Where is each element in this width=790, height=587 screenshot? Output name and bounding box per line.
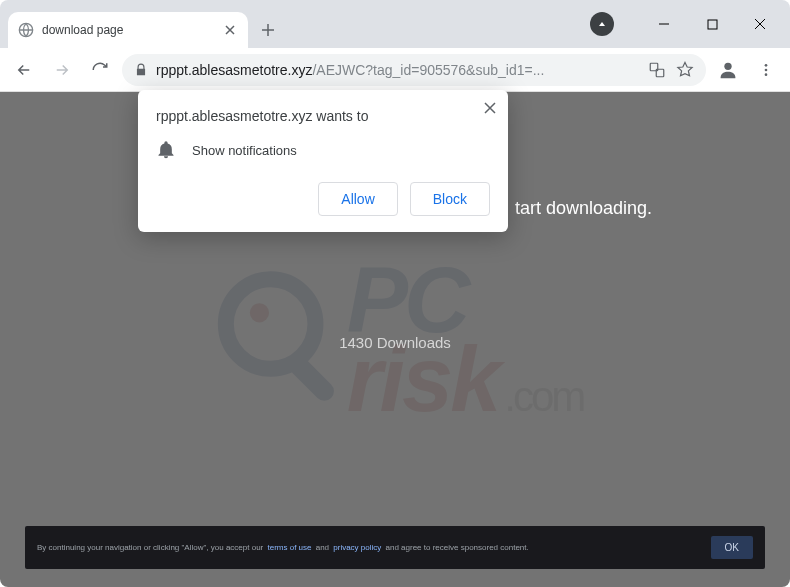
profile-button[interactable] xyxy=(712,54,744,86)
svg-point-7 xyxy=(765,73,768,76)
notification-permission-prompt: rpppt.ablesasmetotre.xyz wants to Show n… xyxy=(138,90,508,232)
incognito-icon xyxy=(590,12,614,36)
consent-ok-button[interactable]: OK xyxy=(711,536,753,559)
svg-point-6 xyxy=(765,68,768,71)
toolbar: rpppt.ablesasmetotre.xyz/AEJWC?tag_id=90… xyxy=(0,48,790,92)
maximize-button[interactable] xyxy=(690,8,734,40)
forward-button xyxy=(46,54,78,86)
consent-text: By continuing your navigation or clickin… xyxy=(37,543,529,552)
titlebar: download page xyxy=(0,0,790,48)
translate-icon[interactable] xyxy=(648,61,666,79)
globe-icon xyxy=(18,22,34,38)
download-count: 1430 Downloads xyxy=(0,334,790,351)
back-button[interactable] xyxy=(8,54,40,86)
browser-tab[interactable]: download page xyxy=(8,12,248,48)
privacy-link[interactable]: privacy policy xyxy=(333,543,381,552)
address-bar[interactable]: rpppt.ablesasmetotre.xyz/AEJWC?tag_id=90… xyxy=(122,54,706,86)
minimize-button[interactable] xyxy=(642,8,686,40)
bell-icon xyxy=(156,140,176,160)
page-instruction: tart downloading. xyxy=(515,198,652,219)
window-controls xyxy=(590,0,790,48)
svg-rect-1 xyxy=(708,20,717,29)
bookmark-icon[interactable] xyxy=(676,61,694,79)
page-content: PC risk.com tart downloading. 1430 Downl… xyxy=(0,92,790,587)
close-icon[interactable] xyxy=(484,102,496,114)
close-tab-icon[interactable] xyxy=(222,22,238,38)
svg-point-5 xyxy=(765,64,768,67)
block-button[interactable]: Block xyxy=(410,182,490,216)
prompt-permission-text: Show notifications xyxy=(192,143,297,158)
menu-button[interactable] xyxy=(750,54,782,86)
consent-bar: By continuing your navigation or clickin… xyxy=(25,526,765,569)
allow-button[interactable]: Allow xyxy=(318,182,397,216)
tab-title: download page xyxy=(42,23,214,37)
new-tab-button[interactable] xyxy=(254,16,282,44)
lock-icon xyxy=(134,63,148,77)
reload-button[interactable] xyxy=(84,54,116,86)
close-window-button[interactable] xyxy=(738,8,782,40)
prompt-origin: rpppt.ablesasmetotre.xyz wants to xyxy=(156,108,490,124)
svg-point-4 xyxy=(724,62,731,69)
url-text: rpppt.ablesasmetotre.xyz/AEJWC?tag_id=90… xyxy=(156,62,640,78)
terms-link[interactable]: terms of use xyxy=(267,543,311,552)
